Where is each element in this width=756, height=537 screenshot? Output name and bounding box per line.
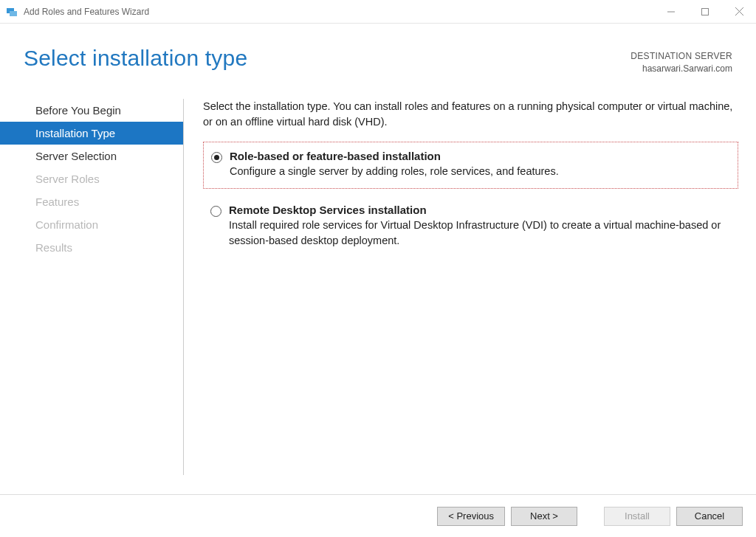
destination-block: DESTINATION SERVER hasarwari.Sarwari.com — [630, 50, 732, 75]
intro-text: Select the installation type. You can in… — [203, 99, 738, 130]
option-text: Remote Desktop Services installation Ins… — [229, 204, 729, 249]
destination-value: hasarwari.Sarwari.com — [630, 63, 732, 75]
sidebar-item-confirmation: Confirmation — [0, 213, 183, 236]
sidebar-item-server-selection[interactable]: Server Selection — [0, 145, 183, 167]
option-text: Role-based or feature-based installation… — [230, 150, 729, 179]
sidebar-item-installation-type[interactable]: Installation Type — [0, 122, 183, 145]
next-button[interactable]: Next > — [511, 507, 577, 526]
page-title: Select installation type — [24, 46, 247, 71]
svg-rect-1 — [10, 11, 17, 16]
previous-button[interactable]: < Previous — [437, 507, 505, 526]
destination-label: DESTINATION SERVER — [630, 50, 732, 63]
body: Before You Begin Installation Type Serve… — [0, 93, 756, 481]
titlebar: Add Roles and Features Wizard — [0, 0, 756, 24]
option-title: Role-based or feature-based installation — [230, 150, 729, 162]
install-button: Install — [604, 507, 670, 526]
titlebar-left: Add Roles and Features Wizard — [6, 6, 149, 18]
maximize-button[interactable] — [688, 0, 722, 23]
sidebar-item-results: Results — [0, 236, 183, 259]
sidebar-item-before-you-begin[interactable]: Before You Begin — [0, 99, 183, 122]
option-desc: Configure a single server by adding role… — [230, 164, 729, 179]
radio-remote-desktop[interactable] — [210, 206, 221, 217]
cancel-button[interactable]: Cancel — [676, 507, 743, 526]
sidebar-item-server-roles: Server Roles — [0, 167, 183, 190]
sidebar-item-features: Features — [0, 190, 183, 213]
option-role-based[interactable]: Role-based or feature-based installation… — [203, 142, 738, 189]
window-controls — [654, 0, 756, 23]
radio-role-based[interactable] — [211, 152, 222, 163]
svg-rect-3 — [702, 8, 709, 15]
footer: < Previous Next > Install Cancel — [0, 494, 756, 537]
server-manager-icon — [6, 6, 18, 18]
header: Select installation type DESTINATION SER… — [0, 24, 756, 93]
wizard-sidebar: Before You Begin Installation Type Serve… — [0, 93, 183, 481]
window-title: Add Roles and Features Wizard — [24, 7, 149, 17]
option-desc: Install required role services for Virtu… — [229, 218, 729, 249]
option-title: Remote Desktop Services installation — [229, 204, 729, 216]
close-button[interactable] — [722, 0, 756, 23]
option-remote-desktop[interactable]: Remote Desktop Services installation Ins… — [203, 196, 738, 257]
content-pane: Select the installation type. You can in… — [184, 93, 756, 481]
minimize-button[interactable] — [654, 0, 688, 23]
